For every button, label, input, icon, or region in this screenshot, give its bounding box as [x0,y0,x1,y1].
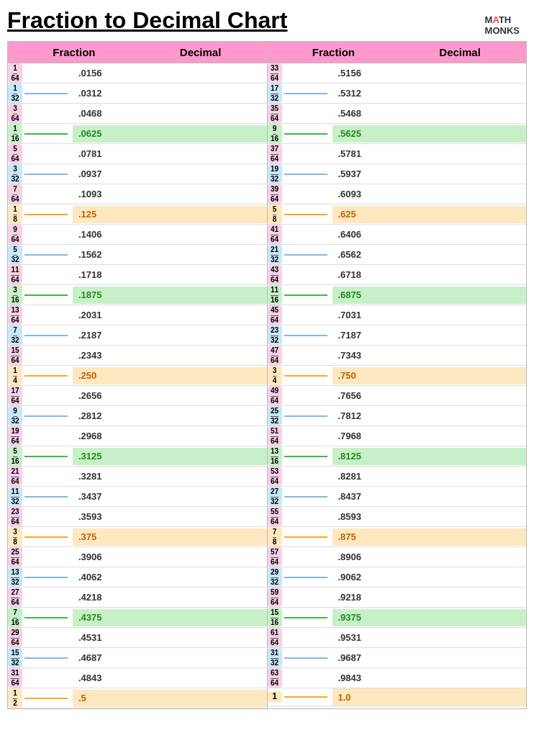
table-row: 4164.6406 [268,225,527,245]
fraction-line [284,617,327,618]
fraction-line [24,577,68,578]
fraction-cell: 916 [268,124,332,143]
fraction-denominator: 4 [273,377,277,385]
fraction-denominator: 16 [271,135,279,143]
fraction-cell: 1132 [8,487,73,506]
fraction-denominator: 64 [271,74,279,83]
fraction-numerator: 15 [271,608,279,618]
fraction-box: 6364 [268,668,282,688]
decimal-cell: .1718 [73,266,267,284]
table-row: 164.0156 [8,63,267,84]
decimal-cell: .2343 [73,347,267,364]
fraction-denominator: 64 [271,679,279,688]
decimal-cell: .0156 [73,65,267,82]
fraction-cell: 2764 [8,588,73,607]
decimal-cell: .9062 [332,569,527,586]
fraction-box: 58 [268,204,282,224]
fraction-numerator: 57 [271,548,279,558]
fraction-cell: 2164 [8,467,73,486]
fraction-cell: 4164 [268,225,332,244]
fraction-numerator: 11 [11,266,19,276]
right-fraction-header: Fraction [271,46,397,58]
fraction-line [24,436,68,437]
decimal-cell: .9218 [332,589,527,606]
fraction-box: 132 [8,84,22,103]
decimal-cell: .4062 [73,569,267,586]
decimal-cell: .4843 [73,670,267,687]
logo-mark: MATHMONKS [485,14,520,36]
fraction-cell: 12 [8,688,73,708]
fraction-box: 2964 [8,628,22,647]
fraction-line [24,678,68,679]
table-row: 4564.7031 [268,305,527,325]
decimal-cell: 1.0 [332,688,527,706]
table-row: 1316.8125 [268,446,527,467]
fraction-denominator: 8 [273,215,277,224]
decimal-cell: .2812 [73,408,267,425]
fraction-line [24,234,68,235]
fraction-line [24,456,68,457]
decimal-cell: .1875 [73,287,267,304]
decimal-cell: .8281 [332,468,527,485]
fraction-box: 18 [8,204,22,224]
fraction-denominator: 16 [11,457,19,466]
fraction-cell: 4364 [268,265,332,284]
fraction-line [24,476,68,477]
decimal-cell: .3906 [73,549,267,566]
table-row: 716.4375 [8,608,267,628]
fraction-denominator: 64 [271,195,279,204]
decimal-cell: .5468 [332,105,527,122]
fraction-line [24,395,68,397]
decimal-cell: .7031 [332,307,527,324]
decimal-cell: .7343 [332,347,527,364]
fraction-cell: 1316 [268,446,332,466]
fraction-line [24,597,68,598]
fraction-box: 3132 [268,648,282,667]
fraction-cell: 116 [8,124,73,143]
fraction-numerator: 13 [11,306,19,316]
table-row: 932.2812 [8,406,267,426]
fraction-box: 564 [8,144,22,163]
table-row: 4964.7656 [268,386,527,406]
decimal-cell: .6093 [332,186,527,203]
table-row: 18.125 [8,204,267,225]
fraction-numerator: 1 [13,689,17,699]
fraction-numerator: 25 [271,407,279,417]
fraction-cell: 2364 [8,507,73,526]
fraction-box: 1 [268,691,282,703]
fraction-box: 1116 [268,285,282,305]
decimal-cell: .6718 [332,266,527,284]
fraction-line [24,335,68,336]
fraction-line [284,133,327,135]
fraction-denominator: 64 [11,356,19,365]
right-half: Fraction Decimal 3364.51561732.53123564.… [268,42,527,708]
fraction-numerator: 51 [271,427,279,437]
table-row: 1564.2343 [8,346,267,366]
table-row: 2764.4218 [8,588,267,608]
fraction-line [284,254,327,256]
decimal-cell: .4531 [73,629,267,647]
fraction-box: 4964 [268,386,282,405]
decimal-cell: .875 [332,528,527,546]
fraction-line [24,657,68,659]
decimal-cell: .0625 [73,125,267,143]
fraction-line [284,597,327,598]
fraction-line [284,557,327,558]
fraction-line [284,415,327,417]
fraction-line [284,657,327,659]
decimal-cell: .2031 [73,307,267,324]
fraction-line [24,375,68,377]
fraction-cell: 6164 [268,628,332,647]
table-row: 1164.1718 [8,265,267,285]
fraction-line [284,214,327,215]
table-row: 5164.7968 [268,426,527,446]
table-row: 5964.9218 [268,588,527,608]
fraction-numerator: 21 [11,467,19,477]
table-row: 2732.8437 [268,487,527,507]
decimal-cell: .7812 [332,408,527,425]
fraction-denominator: 64 [271,397,279,405]
decimal-cell: .5937 [332,166,527,183]
fraction-numerator: 41 [271,225,279,235]
fraction-line [284,395,327,397]
fraction-box: 2732 [268,487,282,506]
